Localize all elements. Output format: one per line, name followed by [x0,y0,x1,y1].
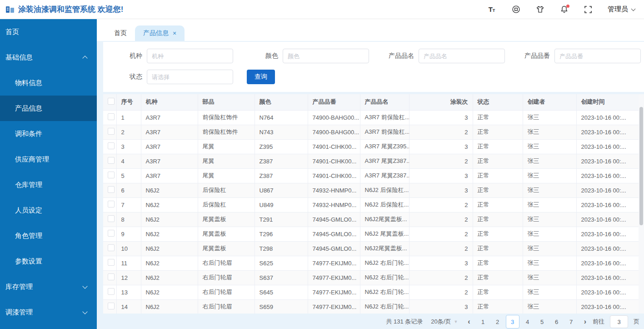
table-cell: U849 [255,197,308,212]
sidebar-item-2[interactable]: 物料信息 [0,70,97,96]
search-input-1[interactable] [283,49,369,63]
row-checkbox[interactable] [108,142,115,149]
sidebar-item-4[interactable]: 调和条件 [0,121,97,147]
search-input-4[interactable] [147,70,233,84]
table-cell: 2023-10-16 00:... [576,197,639,212]
page-number[interactable]: 6 [550,315,563,328]
search-field-label: 颜色 [239,52,283,60]
vertical-scrollbar[interactable] [639,94,644,314]
table-cell: N6J2 尾翼盖板... [360,227,409,241]
page-number[interactable]: 1 [477,315,489,328]
next-page-button[interactable]: › [581,318,589,326]
search-field-0: 机种 [103,49,239,63]
sidebar-item-label: 物料信息 [15,79,42,87]
page-number[interactable]: 5 [536,315,549,328]
sidebar-item-label: 角色管理 [15,232,42,240]
sidebar-item-5[interactable]: 供应商管理 [0,147,97,172]
page-number[interactable]: 2 [491,315,504,328]
search-input-2[interactable] [419,49,505,63]
table-row: 6N6J2后保险杠U86774932-HNMP0...N6J2 后保险杠...3… [103,183,639,197]
search-input-0[interactable] [147,49,233,63]
sidebar-item-6[interactable]: 仓库管理 [0,172,97,197]
table-header-row: 序号机种部品颜色产品品番产品品名涂装次状态创建者创建时间 [103,94,639,110]
table-cell: A3R7 [141,110,198,125]
sidebar-item-7[interactable]: 人员设定 [0,197,97,223]
row-checkbox[interactable] [108,157,115,164]
table-cell: 右后门轮眉 [198,299,255,314]
table-row: 12N6J2右后门轮眉S63774977-EKIJM0...N6J2 右后门轮.… [103,270,639,285]
sidebar-item-8[interactable]: 角色管理 [0,223,97,248]
row-checkbox[interactable] [108,172,115,178]
theme-shirt-icon[interactable] [535,5,544,14]
row-checkbox[interactable] [108,215,115,222]
table-cell: 12 [116,270,141,285]
sidebar-item-0[interactable]: 首页 [0,19,97,45]
query-button[interactable]: 查询 [247,70,275,84]
sidebar-item-9[interactable]: 参数设置 [0,248,97,274]
sidebar-item-1[interactable]: 基础信息 [0,45,97,70]
row-checkbox[interactable] [108,259,115,266]
table-cell: Z395 [255,139,308,154]
page-number-active[interactable]: 3 [506,315,519,329]
table-cell: N6J2尾翼盖板... [360,241,409,256]
row-checkbox[interactable] [108,113,115,120]
sidebar-item-3[interactable]: 产品信息 [0,96,97,121]
scrollbar-thumb[interactable] [639,107,643,225]
row-checkbox[interactable] [108,128,115,135]
table-cell: N6J2 [141,285,198,299]
notification-bell-icon[interactable] [559,5,569,14]
table-cell: 2 [409,241,473,256]
table-row: 3A3R7尾翼Z39574901-CIHK00...A3R7 尾翼Z395...… [103,139,639,154]
table-cell: 正常 [473,285,523,299]
table-cell: 2023-10-16 00:... [576,270,639,285]
table-cell: 2 [409,285,473,299]
page-size-select[interactable]: 20条/页 ▼ [431,318,458,326]
fullscreen-icon[interactable] [584,5,593,14]
page-number[interactable]: 4 [521,315,534,328]
row-checkbox[interactable] [108,186,115,193]
tab-close-icon[interactable]: × [173,30,176,36]
table-cell: 8 [116,212,141,227]
row-checkbox[interactable] [108,244,115,251]
column-header: 机种 [141,94,198,110]
table-cell: 3 [409,139,473,154]
tab-label: 首页 [114,29,127,37]
table-cell: 正常 [473,110,523,125]
prev-page-button[interactable]: ‹ [465,318,473,326]
tab-1[interactable]: 产品信息× [135,25,185,41]
row-checkbox[interactable] [108,303,115,309]
coin-icon[interactable] [511,5,520,14]
table-cell: T298 [255,241,308,256]
table-cell: A3R7 [141,139,198,154]
row-checkbox[interactable] [108,273,115,280]
sidebar-item-10[interactable]: 库存管理 [0,274,97,299]
table-cell: 后保险杠 [198,183,255,197]
table-cell: 张三 [523,110,576,125]
table-cell: 2023-10-16 00:... [576,139,639,154]
table-cell: 后保险杠 [198,197,255,212]
user-menu[interactable]: 管理员 [608,5,635,14]
table-cell: N6J2 [141,270,198,285]
search-input-3[interactable] [554,49,641,63]
tab-0[interactable]: 首页 [106,25,135,41]
sidebar-item-11[interactable]: 调漆管理 [0,299,97,325]
page-number[interactable]: 7 [565,315,578,328]
row-checkbox[interactable] [108,288,115,295]
header-checkbox[interactable] [108,98,115,105]
goto-page-input[interactable] [610,315,628,328]
row-checkbox[interactable] [108,201,115,208]
table-cell: 2 [409,270,473,285]
sidebar-item-label: 人员设定 [15,206,42,215]
table-cell: 3 [409,110,473,125]
table-cell: 尾翼 [198,154,255,168]
row-checkbox[interactable] [108,230,115,237]
sidebar-item-label: 基础信息 [5,53,33,62]
table-cell: 74945-GMLO0... [308,212,360,227]
table-cell: N6J2 [141,241,198,256]
table-cell: 74977-EKIJM0... [308,285,360,299]
table-row: 7N6J2后保险杠U84974932-HNMP0...N6J2 后保险杠...2… [103,197,639,212]
font-size-icon[interactable]: TT [487,5,496,14]
table-cell: 正常 [473,183,523,197]
app-logo-icon [5,5,15,14]
column-header: 创建者 [523,94,576,110]
